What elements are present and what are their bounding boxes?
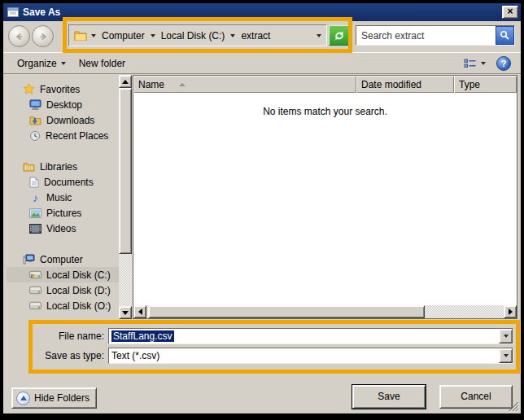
search-button[interactable] [496, 26, 514, 45]
sidebar-item-documents[interactable]: Documents [7, 174, 119, 190]
save-as-type-dropdown-button[interactable] [499, 348, 513, 363]
navigation-pane: Favorites Desktop Downloads [7, 75, 119, 319]
save-button[interactable]: Save [352, 385, 426, 409]
sidebar-gap [7, 143, 119, 159]
sidebar-item-local-disk-d[interactable]: Local Disk (D:) [7, 282, 119, 298]
cancel-button[interactable]: Cancel [439, 385, 513, 409]
search-input[interactable] [356, 30, 496, 42]
title-bar: Save As [3, 3, 521, 21]
close-button[interactable]: × [502, 6, 518, 19]
breadcrumb-computer[interactable]: Computer [100, 29, 146, 42]
refresh-icon [334, 30, 345, 42]
drive-icon [29, 286, 41, 295]
sidebar-item-videos[interactable]: Videos [7, 221, 119, 236]
scroll-down-button[interactable] [119, 306, 132, 319]
recent-places-icon [29, 130, 41, 142]
views-button[interactable] [460, 56, 490, 71]
sidebar-item-label: Local Disk (C:) [46, 269, 111, 281]
arrow-up-icon [122, 80, 129, 84]
chevron-down-icon[interactable] [91, 34, 96, 37]
sidebar-scrollbar[interactable] [119, 75, 132, 319]
save-as-dialog-icon [7, 7, 19, 17]
help-button[interactable]: ? [496, 56, 511, 71]
back-button[interactable] [8, 25, 30, 47]
pictures-icon [29, 208, 41, 218]
empty-results-message: No items match your search. [133, 106, 517, 117]
column-label: Name [138, 79, 164, 90]
drive-icon [29, 301, 41, 310]
chevron-down-icon [481, 62, 486, 65]
chevron-down-icon [504, 335, 509, 338]
scrollbar-thumb[interactable] [119, 88, 132, 254]
sidebar-item-label: Local Disk (O:) [46, 300, 111, 312]
back-arrow-icon [14, 31, 25, 42]
sidebar-item-downloads[interactable]: Downloads [7, 112, 119, 128]
scroll-right-button[interactable] [504, 305, 517, 318]
sidebar-item-local-disk-o[interactable]: Local Disk (O:) [7, 298, 119, 313]
chevron-down-icon [61, 62, 66, 65]
organize-label: Organize [17, 58, 57, 69]
forward-button[interactable] [32, 25, 54, 47]
save-as-type-label: Save as type: [3, 348, 104, 364]
command-toolbar: Organize New folder ? [3, 52, 521, 74]
sidebar-section-label: Favorites [40, 84, 80, 95]
sidebar-item-local-disk-c[interactable]: Local Disk (C:) [7, 267, 119, 282]
refresh-button[interactable] [329, 25, 350, 46]
sidebar-item-pictures[interactable]: Pictures [7, 205, 119, 221]
sidebar-item-label: Recent Places [46, 130, 108, 142]
sidebar-item-recent-places[interactable]: Recent Places [7, 128, 119, 143]
save-as-dialog: Save As × Computer Local Disk (C:) extra… [3, 3, 521, 413]
scrollbar-track[interactable] [119, 254, 132, 306]
search-box [356, 25, 515, 46]
arrow-left-icon [138, 308, 142, 315]
sidebar-item-desktop[interactable]: Desktop [7, 97, 119, 112]
sidebar-gap [7, 236, 119, 252]
chevron-down-icon[interactable] [230, 34, 235, 37]
new-folder-label: New folder [79, 58, 125, 69]
scroll-left-button[interactable] [133, 305, 146, 318]
address-dropdown-icon[interactable] [317, 34, 321, 37]
file-list: Name Date modified Type No items match y… [133, 75, 517, 319]
sidebar-item-label: Pictures [46, 208, 81, 219]
column-headers: Name Date modified Type [133, 76, 517, 93]
save-as-type-value[interactable]: Text (*.csv) [109, 348, 499, 363]
sidebar-section-favorites[interactable]: Favorites [7, 81, 119, 97]
music-icon: ♪ [29, 191, 41, 204]
folder-icon [74, 30, 87, 41]
scrollbar-thumb[interactable] [148, 305, 425, 318]
window-title: Save As [23, 7, 60, 18]
chevron-down-icon [504, 354, 509, 357]
scroll-up-button[interactable] [119, 75, 132, 88]
save-as-type-combobox[interactable]: Text (*.csv) [108, 348, 513, 364]
column-header-date-modified[interactable]: Date modified [356, 76, 454, 93]
toolbar-right-group: ? [460, 56, 511, 71]
forward-arrow-icon [37, 31, 49, 42]
sort-ascending-icon [179, 83, 186, 86]
file-name-label: File name: [3, 328, 104, 344]
file-list-scrollbar[interactable] [133, 305, 517, 318]
file-name-combobox[interactable]: StaffLang.csv [108, 328, 513, 344]
breadcrumb-local-disk-c[interactable]: Local Disk (C:) [159, 29, 227, 42]
new-folder-button[interactable]: New folder [75, 55, 129, 72]
breadcrumb-extract[interactable]: extract [239, 29, 272, 42]
content-area: Favorites Desktop Downloads [7, 75, 517, 319]
documents-icon [29, 177, 39, 188]
sidebar-section-computer[interactable]: Computer [7, 252, 119, 267]
sidebar-item-music[interactable]: ♪ Music [7, 190, 119, 205]
sidebar-item-label: Music [46, 192, 72, 203]
hide-folders-button[interactable]: Hide Folders [11, 387, 97, 409]
computer-icon [23, 254, 35, 265]
file-name-dropdown-button[interactable] [499, 329, 513, 343]
sidebar-section-libraries[interactable]: Libraries [7, 159, 119, 174]
column-header-name[interactable]: Name [133, 76, 356, 93]
chevron-down-icon[interactable] [151, 34, 155, 37]
file-name-value[interactable]: StaffLang.csv [109, 329, 499, 343]
organize-menu[interactable]: Organize [13, 55, 70, 72]
drive-c-icon [29, 270, 41, 279]
address-bar[interactable]: Computer Local Disk (C:) extract [68, 24, 327, 46]
resize-grip[interactable] [509, 401, 519, 412]
arrow-right-icon [509, 308, 513, 315]
libraries-icon [23, 161, 35, 172]
downloads-icon [29, 115, 41, 125]
column-header-type[interactable]: Type [454, 76, 517, 93]
